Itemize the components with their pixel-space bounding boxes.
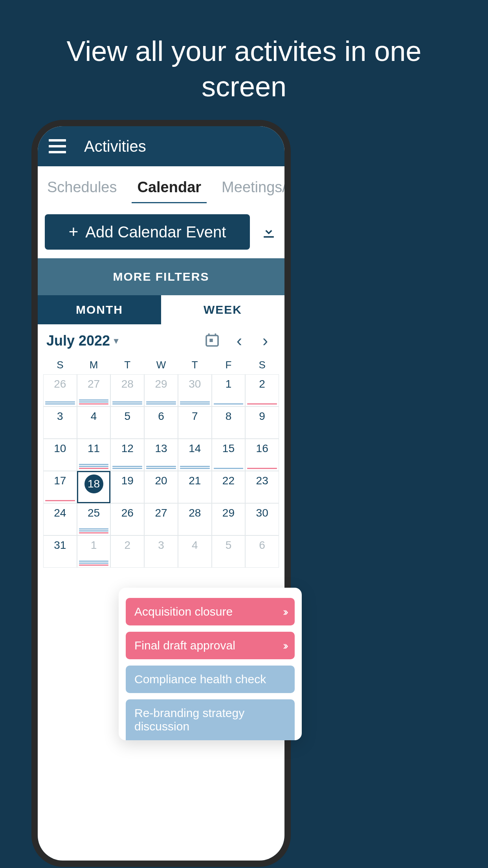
phone-frame: Activities Schedules Calendar Meetings/E…: [31, 120, 291, 867]
day-number: 29: [212, 507, 245, 519]
calendar-day-cell[interactable]: 6: [144, 406, 178, 439]
day-number: 28: [111, 378, 144, 390]
calendar-day-cell[interactable]: 7: [178, 406, 212, 439]
calendar-day-cell[interactable]: 2: [110, 535, 144, 568]
calendar-day-cell[interactable]: 15: [212, 439, 246, 471]
event-marker: [146, 466, 176, 467]
day-number: 2: [246, 378, 279, 390]
calendar-day-cell[interactable]: 1: [77, 535, 111, 568]
calendar-day-cell[interactable]: 27: [144, 503, 178, 535]
event-marker: [79, 466, 109, 467]
calendar-day-cell[interactable]: 12: [110, 439, 144, 471]
calendar-day-cell[interactable]: 5: [212, 535, 246, 568]
day-number: 16: [246, 442, 279, 455]
calendar-day-cell[interactable]: 17: [43, 471, 77, 503]
today-icon[interactable]: [200, 332, 224, 349]
event-marker: [247, 468, 277, 469]
add-calendar-event-button[interactable]: + Add Calendar Event: [45, 214, 250, 250]
event-marker: [79, 565, 109, 566]
event-label: Final draft approval: [134, 639, 235, 652]
day-number: 10: [44, 442, 77, 455]
calendar-day-cell[interactable]: 28: [178, 503, 212, 535]
calendar-day-cell[interactable]: 29: [212, 503, 246, 535]
calendar-day-cell[interactable]: 22: [212, 471, 246, 503]
view-month-button[interactable]: MONTH: [38, 295, 161, 324]
marketing-headline: View all your activites in one screen: [0, 0, 488, 104]
event-marker: [79, 530, 109, 531]
calendar-day-cell[interactable]: 27: [77, 374, 111, 406]
event-item[interactable]: Final draft approval››: [126, 632, 295, 659]
calendar-day-cell[interactable]: 30: [245, 503, 279, 535]
calendar-day-cell[interactable]: 3: [43, 406, 77, 439]
hamburger-menu-icon[interactable]: [49, 139, 66, 153]
event-item[interactable]: Re-branding strategy discussion: [126, 699, 295, 740]
calendar-day-cell[interactable]: 5: [110, 406, 144, 439]
calendar-day-cell[interactable]: 3: [144, 535, 178, 568]
calendar-day-cell[interactable]: 28: [110, 374, 144, 406]
calendar-day-cell[interactable]: 8: [212, 406, 246, 439]
day-number: 1: [77, 539, 110, 552]
calendar-day-cell[interactable]: 2: [245, 374, 279, 406]
event-marker: [112, 466, 142, 467]
month-navigator: July 2022 ▾ ‹ ›: [38, 324, 284, 354]
event-marker: [146, 468, 176, 469]
day-number: 27: [145, 507, 178, 519]
calendar-day-cell[interactable]: 14: [178, 439, 212, 471]
day-number: 5: [212, 539, 245, 552]
calendar-day-cell[interactable]: 13: [144, 439, 178, 471]
calendar-day-cell[interactable]: 21: [178, 471, 212, 503]
event-item[interactable]: Compliance health check: [126, 666, 295, 693]
day-number: 17: [44, 474, 77, 487]
day-number: 3: [145, 539, 178, 552]
calendar-day-cell[interactable]: 10: [43, 439, 77, 471]
calendar-day-cell[interactable]: 26: [43, 374, 77, 406]
tab-schedules[interactable]: Schedules: [46, 171, 118, 199]
day-number: 12: [111, 442, 144, 455]
tab-meetings[interactable]: Meetings/Ev: [220, 171, 284, 199]
calendar-day-cell[interactable]: 30: [178, 374, 212, 406]
calendar-day-cell[interactable]: 26: [110, 503, 144, 535]
calendar-day-cell[interactable]: 1: [212, 374, 246, 406]
plus-icon: +: [69, 223, 79, 241]
calendar-day-cell[interactable]: 29: [144, 374, 178, 406]
download-icon[interactable]: [260, 223, 277, 241]
chevron-down-icon: ▾: [114, 336, 118, 346]
calendar-day-cell[interactable]: 4: [178, 535, 212, 568]
weekday-label: S: [43, 359, 77, 371]
calendar-day-cell[interactable]: 4: [77, 406, 111, 439]
calendar-day-cell[interactable]: 20: [144, 471, 178, 503]
calendar-day-cell[interactable]: 24: [43, 503, 77, 535]
calendar-day-cell[interactable]: 25: [77, 503, 111, 535]
weekday-label: T: [178, 359, 212, 371]
event-marker: [112, 468, 142, 469]
event-label: Compliance health check: [134, 673, 266, 686]
event-item[interactable]: Acquisition closure››: [126, 598, 295, 625]
calendar-day-cell[interactable]: 23: [245, 471, 279, 503]
calendar-day-cell[interactable]: 16: [245, 439, 279, 471]
calendar-day-cell[interactable]: 6: [245, 535, 279, 568]
month-dropdown[interactable]: July 2022 ▾: [46, 333, 118, 349]
event-marker: [79, 403, 109, 405]
tab-calendar[interactable]: Calendar: [136, 171, 203, 199]
calendar-day-cell[interactable]: 11: [77, 439, 111, 471]
more-filters-button[interactable]: MORE FILTERS: [38, 258, 284, 295]
page-title: Activities: [84, 138, 146, 155]
day-number: 21: [178, 474, 211, 487]
event-marker: [45, 401, 75, 403]
day-number: 22: [212, 474, 245, 487]
day-number: 13: [145, 442, 178, 455]
add-event-row: + Add Calendar Event: [38, 203, 284, 258]
event-marker: [180, 466, 210, 467]
calendar-day-cell[interactable]: 19: [110, 471, 144, 503]
next-month-button[interactable]: ›: [255, 331, 276, 350]
calendar-day-cell[interactable]: 18: [77, 471, 111, 503]
event-marker: [79, 464, 109, 465]
prev-month-button[interactable]: ‹: [229, 331, 250, 350]
weekday-label: S: [245, 359, 279, 371]
calendar-day-cell[interactable]: 9: [245, 406, 279, 439]
view-week-button[interactable]: WEEK: [161, 295, 284, 324]
day-number: 20: [145, 474, 178, 487]
day-number: 27: [77, 378, 110, 390]
calendar-day-cell[interactable]: 31: [43, 535, 77, 568]
calendar-grid: 2627282930123456789101112131415161718192…: [38, 374, 284, 568]
